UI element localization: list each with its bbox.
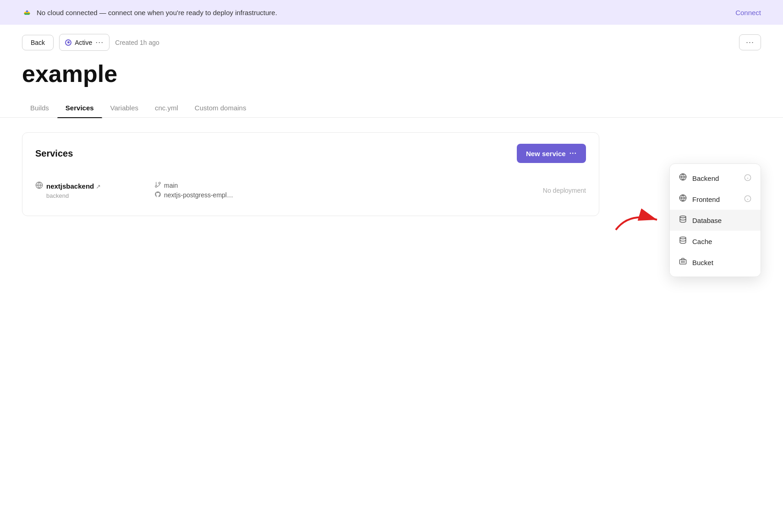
google-cloud-icon xyxy=(22,7,32,17)
banner-message: No cloud connected — connect one when yo… xyxy=(22,7,277,17)
status-ellipsis-button[interactable]: ··· xyxy=(95,38,104,47)
service-name-col: nextjsbackend ↗ backend xyxy=(35,181,154,199)
backend-info-icon[interactable] xyxy=(744,174,751,183)
dropdown-item-cache-label: Cache xyxy=(692,238,712,245)
main-content: Services New service ··· xyxy=(0,118,783,231)
database-icon xyxy=(679,215,687,225)
globe-icon xyxy=(35,181,43,191)
repo-name: nextjs-postgress-empl… xyxy=(164,191,233,199)
bucket-icon xyxy=(679,257,687,267)
red-arrow xyxy=(611,207,666,236)
services-card: Services New service ··· xyxy=(22,132,599,216)
new-service-label: New service xyxy=(526,150,566,157)
topbar-left: Back Active ··· Created 1h ago xyxy=(22,34,159,51)
tab-variables[interactable]: Variables xyxy=(102,98,147,117)
dropdown-item-backend-label: Backend xyxy=(692,174,719,182)
backend-globe-icon xyxy=(679,173,687,183)
new-service-ellipsis: ··· xyxy=(569,149,577,157)
service-row[interactable]: nextjsbackend ↗ backend xyxy=(35,176,586,205)
svg-point-18 xyxy=(680,237,686,239)
frontend-globe-icon xyxy=(679,194,687,204)
status-dot-icon xyxy=(65,39,71,46)
banner-text: No cloud connected — connect one when yo… xyxy=(37,9,277,16)
branch-name: main xyxy=(164,182,178,189)
cache-icon xyxy=(679,236,687,246)
back-button[interactable]: Back xyxy=(22,35,54,50)
dropdown-item-cache[interactable]: Cache xyxy=(670,231,761,252)
topbar: Back Active ··· Created 1h ago ··· xyxy=(0,25,783,60)
tab-services[interactable]: Services xyxy=(57,98,102,117)
dropdown-item-database-label: Database xyxy=(692,217,722,224)
branch-icon xyxy=(154,181,161,190)
services-card-header: Services New service ··· xyxy=(35,144,586,163)
topbar-right: ··· xyxy=(739,34,761,50)
repo-row: nextjs-postgress-empl… xyxy=(154,191,283,199)
dropdown-item-backend[interactable]: Backend xyxy=(670,168,761,189)
dropdown-item-bucket-label: Bucket xyxy=(692,259,713,266)
service-type: backend xyxy=(35,192,154,199)
tab-custom-domains[interactable]: Custom domains xyxy=(186,98,255,117)
github-icon xyxy=(154,191,161,199)
svg-point-0 xyxy=(26,11,28,12)
tab-builds[interactable]: Builds xyxy=(22,98,57,117)
dropdown-menu: Backend Frontend xyxy=(669,163,761,277)
status-dot-inner xyxy=(67,41,70,43)
connect-link[interactable]: Connect xyxy=(735,9,761,16)
svg-point-17 xyxy=(680,216,686,217)
status-badge[interactable]: Active ··· xyxy=(59,34,110,51)
dropdown-item-frontend[interactable]: Frontend xyxy=(670,189,761,210)
project-title: example xyxy=(0,60,783,98)
service-branch-col: main nextjs-postgress-empl… xyxy=(154,181,283,199)
status-label: Active xyxy=(75,39,92,46)
dropdown-item-database[interactable]: Database xyxy=(670,210,761,231)
dropdown-item-frontend-label: Frontend xyxy=(692,195,720,203)
services-card-title: Services xyxy=(35,148,73,159)
frontend-info-icon[interactable] xyxy=(744,195,751,204)
branch-row: main xyxy=(154,181,283,190)
service-name: nextjsbackend ↗ xyxy=(46,182,101,190)
new-service-button[interactable]: New service ··· xyxy=(517,144,586,163)
created-text: Created 1h ago xyxy=(115,39,159,46)
tab-cnc-yml[interactable]: cnc.yml xyxy=(147,98,186,117)
tabs: Builds Services Variables cnc.yml Custom… xyxy=(0,98,783,118)
deployment-status: No deployment xyxy=(543,187,586,194)
no-cloud-banner: No cloud connected — connect one when yo… xyxy=(0,0,783,25)
service-name-row: nextjsbackend ↗ xyxy=(35,181,154,191)
more-options-button[interactable]: ··· xyxy=(739,34,761,50)
dropdown-item-bucket[interactable]: Bucket xyxy=(670,252,761,273)
